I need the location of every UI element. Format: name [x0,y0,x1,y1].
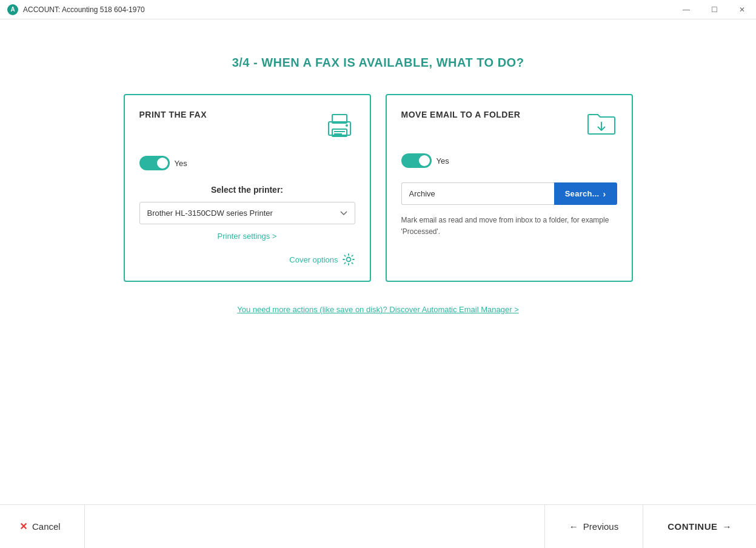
printer-select[interactable]: Brother HL-3150CDW series Printer [139,202,355,224]
bottom-spacer [85,505,544,548]
print-fax-card-header: PRINT THE FAX [139,110,355,144]
cancel-button[interactable]: ✕ Cancel [0,505,85,548]
continue-arrow-icon: → [723,521,732,532]
folder-input[interactable] [401,182,554,205]
cards-container: PRINT THE FAX Yes [124,94,633,282]
print-toggle[interactable] [139,156,170,170]
prev-arrow-icon: ← [569,521,578,532]
bottom-bar: ✕ Cancel ← Previous CONTINUE → [0,504,756,548]
print-toggle-container: Yes [139,156,355,170]
search-arrow-icon: › [603,189,606,199]
svg-point-3 [346,124,348,127]
email-toggle-knob [419,155,430,166]
window-title: ACCOUNT: Accounting 518 604-1970 [23,5,145,14]
cancel-label: Cancel [32,521,61,532]
title-bar-controls: — ☐ ✕ [672,0,756,19]
gear-icon [342,253,355,266]
discover-link[interactable]: You need more actions (like save on disk… [237,305,519,314]
email-folder-title: MOVE EMAIL TO A FOLDER [401,110,521,119]
email-folder-card: MOVE EMAIL TO A FOLDER Yes [386,94,633,282]
email-folder-card-header: MOVE EMAIL TO A FOLDER [401,110,617,141]
previous-label: Previous [583,521,618,532]
toggle-knob [157,158,168,169]
continue-button[interactable]: CONTINUE → [643,505,756,548]
maximize-button[interactable]: ☐ [700,0,728,19]
search-button-label: Search... [565,189,600,198]
cover-options-label: Cover options [289,255,338,264]
move-folder-icon [586,110,617,141]
close-button[interactable]: ✕ [728,0,756,19]
print-toggle-label: Yes [175,159,187,168]
printer-settings-link[interactable]: Printer settings > [139,232,355,241]
app-icon: A [7,4,18,15]
title-bar-left: A ACCOUNT: Accounting 518 604-1970 [7,4,145,15]
cancel-x-icon: ✕ [19,521,27,532]
print-fax-title: PRINT THE FAX [139,110,207,119]
folder-search-row: Search... › [401,182,617,205]
previous-button[interactable]: ← Previous [544,505,643,548]
print-fax-card: PRINT THE FAX Yes [124,94,371,282]
printer-icon [324,110,355,144]
search-button[interactable]: Search... › [554,182,617,205]
title-bar: A ACCOUNT: Accounting 518 604-1970 — ☐ ✕ [0,0,756,19]
email-toggle-container: Yes [401,153,617,168]
printer-select-label: Select the printer: [139,185,355,195]
minimize-button[interactable]: — [672,0,700,19]
continue-label: CONTINUE [667,521,717,532]
svg-point-6 [346,258,350,262]
main-content: 3/4 - WHEN A FAX IS AVAILABLE, WHAT TO D… [0,19,756,504]
email-toggle-label: Yes [437,156,449,165]
email-toggle[interactable] [401,153,432,168]
page-title: 3/4 - WHEN A FAX IS AVAILABLE, WHAT TO D… [232,56,524,70]
email-description: Mark email as read and move from inbox t… [401,215,617,238]
cover-options[interactable]: Cover options [139,253,355,266]
